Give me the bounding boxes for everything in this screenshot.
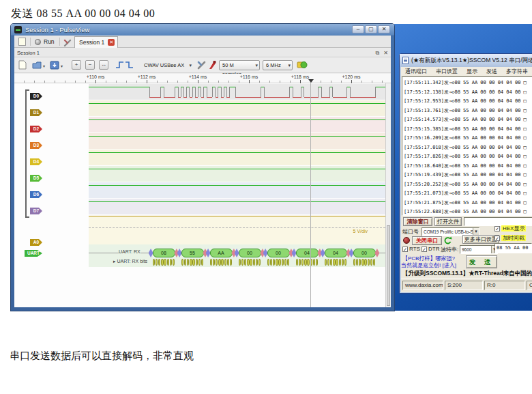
hex-display-option[interactable]: ✓HEX显示 [494, 225, 526, 232]
rx-bit-marker [313, 259, 315, 266]
toolbar-separator [30, 38, 31, 46]
channel-tag-D1[interactable]: D1 [30, 109, 42, 116]
minimize-button[interactable]: – [352, 25, 364, 33]
checkbox-checked-icon[interactable]: ✓ [402, 247, 408, 252]
menu-item[interactable]: 通讯端口 [405, 67, 427, 76]
trigger-rising-icon[interactable] [115, 60, 124, 72]
dtr-label: DTR [428, 246, 439, 252]
close-port-button[interactable]: 关闭串口 [412, 236, 442, 245]
sample-count-select[interactable]: 50 M samples▾ [219, 60, 260, 70]
device-config-icon[interactable] [197, 60, 206, 72]
rx-bit-marker [170, 259, 172, 266]
session-panel-header: Session 1 ⧉ ✕ [14, 48, 391, 57]
baud-select[interactable]: 9600 ▼ [460, 245, 498, 254]
rx-bit-marker [196, 259, 198, 266]
rx-bit-marker [356, 259, 358, 266]
send-button[interactable]: 发 送 [466, 255, 497, 268]
channel-band-D5 [89, 166, 385, 182]
channel-tag-D4[interactable]: D4 [30, 158, 42, 165]
channel-tag-D0[interactable]: D0 [30, 93, 42, 100]
new-session-icon[interactable] [18, 38, 26, 46]
maximize-button[interactable]: ▢ [365, 25, 377, 33]
pulseview-titlebar[interactable]: Session 1 - PulseView – ▢ ✕ [11, 24, 394, 36]
sscom-titlebar[interactable]: (★有新版本V5.13.1★)SSCOM V5.12 串口/网络数据调试器 [400, 54, 532, 67]
scrollbar-thumb[interactable] [387, 225, 390, 306]
menu-item[interactable]: 多字符串 [506, 67, 528, 76]
trace-area[interactable]: D0D1D2D3D4D5D6D7 5 V/div A0 UART: RX ▸ U… [14, 83, 391, 307]
port-label: 端口号 [402, 228, 419, 236]
checkbox-checked-icon[interactable]: ✓ [494, 226, 500, 231]
rx-bit-marker [181, 259, 183, 266]
channel-tag-D3[interactable]: D3 [30, 142, 42, 149]
menu-item[interactable]: 发送 [486, 67, 497, 76]
panel-title: Session 1 [17, 50, 40, 56]
rx-bit-marker [284, 259, 286, 266]
pulseview-client: Run Session 1 ✕ Session 1 ⧉ ✕ [14, 36, 391, 307]
ad-line2[interactable]: 当然就是嘉立创! [进入] [401, 262, 456, 269]
device-select[interactable]: CWAV USBee AX▾ [141, 60, 194, 70]
run-button[interactable]: Run [35, 37, 55, 46]
rx-bit-marker [224, 259, 226, 266]
tab-close-icon[interactable]: ✕ [108, 39, 115, 46]
uart-byte-value: 55 [181, 249, 204, 257]
rx-bit-marker [201, 259, 203, 266]
rts-option[interactable]: ✓RTS [402, 246, 420, 252]
checkbox-checked-icon[interactable]: ✓ [422, 247, 427, 252]
cursor-line[interactable] [310, 83, 311, 307]
sample-rate-select[interactable]: 6 MHz▾ [263, 60, 293, 70]
dtr-option[interactable]: ✓DTR [422, 246, 439, 252]
rx-lines[interactable]: [17:55:11.342]发→◇08 55 AA 00 00 04 04 00… [402, 76, 532, 216]
rx-bit-marker [282, 259, 284, 266]
upgrade-promo[interactable]: 【升级到SSCOM5.13.1】★RT-Thread来自中国的开源免 [402, 270, 532, 278]
zoom-fit-icon[interactable]: ↔ [99, 60, 108, 70]
port-status-icon [403, 237, 410, 244]
close-button[interactable]: ✕ [378, 25, 390, 33]
add-decoder-icon[interactable] [297, 60, 308, 72]
uart-decoder-tag[interactable]: UART [25, 250, 42, 257]
rx-bit-marker [373, 259, 375, 266]
rx-line: [17:55:21.875]发→◇08 55 AA 00 00 04 04 00… [404, 199, 532, 208]
bottom-caption: 串口发送数据后可以直接解码，非常直观 [10, 350, 194, 363]
rx-bit-marker [333, 259, 335, 266]
checkbox-checked-icon[interactable]: ✓ [494, 236, 500, 241]
trigger-falling-icon[interactable] [125, 60, 134, 72]
timeline-ruler[interactable]: +110 ms+112 ms+114 ms+116 ms+118 ms+120 … [14, 74, 391, 83]
open-dropdown-caret[interactable]: ▾ [43, 64, 45, 68]
zoom-out-icon[interactable]: − [85, 60, 95, 70]
panel-close-icon[interactable]: ✕ [383, 48, 388, 57]
open-file-button[interactable]: 打开文件 [434, 217, 462, 226]
new-file-icon[interactable] [18, 60, 27, 72]
save-dropdown-caret[interactable]: ▾ [61, 64, 63, 68]
status-cell: S:200 [445, 281, 483, 290]
analog-channel-tag[interactable]: A0 [30, 239, 42, 246]
channel-tag-D7[interactable]: D7 [30, 208, 42, 214]
probe-icon[interactable] [208, 60, 216, 72]
float-panel-icon[interactable]: ⧉ [376, 48, 380, 57]
zoom-in-icon[interactable]: + [72, 60, 81, 70]
send-data-field[interactable]: 08 55 AA 00 [494, 243, 532, 253]
menu-item[interactable]: 显示 [467, 67, 477, 76]
channel-tag-D6[interactable]: D6 [30, 191, 42, 198]
channel-tag-D2[interactable]: D2 [30, 126, 42, 132]
channel-tag-D5[interactable]: D5 [30, 175, 42, 182]
rx-bit-marker [325, 259, 327, 266]
open-file-icon[interactable] [32, 60, 42, 72]
cursor-marker-icon[interactable] [308, 79, 314, 83]
rx-bit-marker [167, 259, 169, 266]
timestamp-option[interactable]: ✓加时间戳 [494, 234, 526, 242]
sample-rate-value: 6 MHz [266, 62, 281, 68]
vertical-scrollbar[interactable] [385, 83, 391, 307]
clear-window-button[interactable]: 清除窗口 [403, 217, 432, 226]
channel-band-D4 [89, 150, 385, 165]
session-tab[interactable]: Session 1 ✕ [74, 36, 118, 48]
menu-item[interactable]: 串口设置 [436, 67, 458, 76]
rx-line: [17:55:19.439]发→◇08 55 AA 00 00 04 04 00… [404, 171, 532, 180]
baud-label: 波特率: [441, 246, 458, 253]
sscom-menubar: 通讯端口串口设置显示发送多字符串小工具 [401, 67, 532, 76]
save-icon[interactable] [50, 60, 59, 72]
uart-byte-value: AA [210, 249, 233, 257]
rx-bit-marker [276, 259, 278, 266]
more-port-settings-button[interactable]: 更多串口设置 [462, 235, 499, 244]
rx-bit-marker [370, 259, 372, 266]
analog-scale-label: 5 V/div [353, 229, 368, 234]
